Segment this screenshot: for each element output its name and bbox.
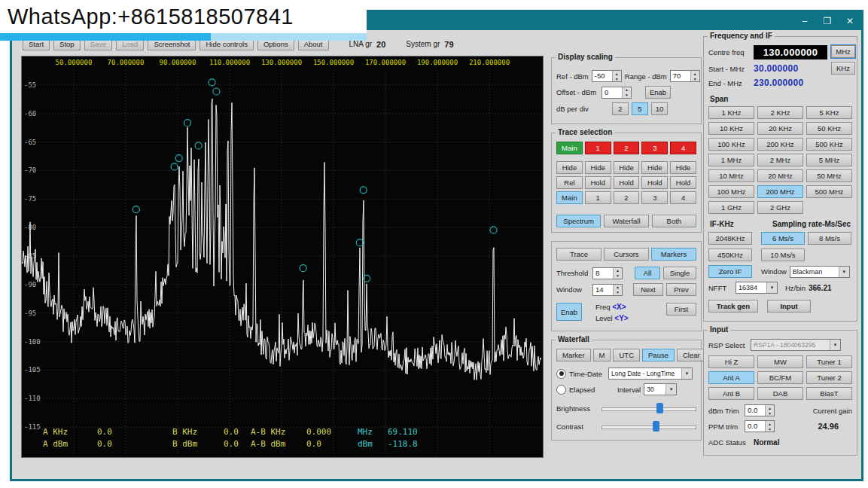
trace-hide-hide[interactable]: Hide xyxy=(670,161,696,174)
spinner-arrows-icon[interactable] xyxy=(613,285,622,295)
input-option-hi-z[interactable]: Hi Z xyxy=(708,355,754,368)
trace-sel-4[interactable]: 4 xyxy=(670,191,696,204)
input-option-ant-a[interactable]: Ant A xyxy=(708,371,754,384)
span-option-10-mhz[interactable]: 10 MHz xyxy=(708,169,754,182)
span-option-2-ghz[interactable]: 2 GHz xyxy=(757,201,803,214)
trace-sel-3[interactable]: 3 xyxy=(641,191,668,204)
spinner-arrows-icon[interactable] xyxy=(613,268,622,279)
if-450khz-button[interactable]: 450KHz xyxy=(708,249,752,261)
track-gen-button[interactable]: Track gen xyxy=(708,300,758,313)
nfft-select[interactable]: 16384 xyxy=(736,282,778,294)
spinner-arrows-icon[interactable] xyxy=(622,87,631,98)
waterfall-button-pause[interactable]: Pause xyxy=(642,349,675,361)
span-option-50-mhz[interactable]: 50 MHz xyxy=(806,169,852,182)
spinner-arrows-icon[interactable] xyxy=(612,71,621,81)
input-option-bc-fm[interactable]: BC/FM xyxy=(757,371,803,384)
spinner-arrows-icon[interactable] xyxy=(765,421,774,432)
offset-dbm-spinner[interactable]: 0 xyxy=(602,87,632,99)
time-format-select[interactable]: Long Date - LongTime xyxy=(608,368,693,380)
trace-sel-1[interactable]: 1 xyxy=(585,191,611,204)
markers-enab-button[interactable]: Enab xyxy=(556,303,582,321)
waterfall-button-clear[interactable]: Clear xyxy=(677,349,706,361)
span-option-500-mhz[interactable]: 500 MHz xyxy=(806,185,852,198)
view-mode-both[interactable]: Both xyxy=(652,215,696,227)
brightness-slider[interactable] xyxy=(602,403,696,413)
window-count-spinner[interactable]: 14 xyxy=(592,284,623,296)
contrast-slider-thumb[interactable] xyxy=(653,421,659,432)
span-option-5-khz[interactable]: 5 KHz xyxy=(806,106,852,119)
input-option-tuner-2[interactable]: Tuner 2 xyxy=(806,371,852,384)
span-option-2-khz[interactable]: 2 KHz xyxy=(757,106,803,119)
trace-hold-hold[interactable]: Hold xyxy=(641,176,668,189)
waterfall-button-marker[interactable]: Marker xyxy=(556,349,591,361)
rsp-select[interactable]: RSP1A - 1804063295 xyxy=(751,339,841,351)
chevron-down-icon[interactable] xyxy=(830,340,840,350)
view-mode-spectrum[interactable]: Spectrum xyxy=(556,215,601,227)
mhz-step-button[interactable]: MHz xyxy=(831,45,855,58)
chevron-down-icon[interactable] xyxy=(665,384,676,395)
span-option-500-khz[interactable]: 500 KHz xyxy=(806,138,852,151)
trace-hide-hide[interactable]: Hide xyxy=(585,161,611,174)
centre-freq-display[interactable]: 130.000000 xyxy=(754,45,827,59)
input-option-dab[interactable]: DAB xyxy=(757,387,803,400)
tab-trace[interactable]: Trace xyxy=(556,248,602,261)
spinner-arrows-icon[interactable] xyxy=(765,405,774,416)
elapsed-radio[interactable] xyxy=(556,385,566,395)
close-icon[interactable]: ✕ xyxy=(839,14,861,29)
span-option-200-khz[interactable]: 200 KHz xyxy=(757,138,803,151)
span-option-1-khz[interactable]: 1 KHz xyxy=(708,106,754,119)
span-option-2-mhz[interactable]: 2 MHz xyxy=(757,154,803,166)
waterfall-button-utc[interactable]: UTC xyxy=(613,349,640,361)
input-option-mw[interactable]: MW xyxy=(757,355,803,368)
trace-traces-1[interactable]: 1 xyxy=(585,142,611,154)
trace-hide-hide[interactable]: Hide xyxy=(556,161,583,174)
chevron-down-icon[interactable] xyxy=(766,282,777,293)
trace-hold-rel[interactable]: Rel xyxy=(556,176,583,189)
khz-step-button[interactable]: KHz xyxy=(831,62,855,75)
interval-select[interactable]: 30 xyxy=(644,383,677,395)
trace-traces-4[interactable]: 4 xyxy=(670,142,696,154)
trace-traces-main[interactable]: Main xyxy=(556,142,583,154)
threshold-spinner[interactable]: 8 xyxy=(592,267,623,279)
brightness-slider-thumb[interactable] xyxy=(656,403,663,413)
span-option-1-mhz[interactable]: 1 MHz xyxy=(708,154,754,166)
trace-hide-hide[interactable]: Hide xyxy=(641,161,668,174)
span-option-20-mhz[interactable]: 20 MHz xyxy=(757,169,803,182)
sr-10mss-button[interactable]: 10 Ms/s xyxy=(761,249,805,261)
trace-hold-hold[interactable]: Hold xyxy=(585,176,611,189)
markers-single-button[interactable]: Single xyxy=(663,267,696,279)
view-mode-waterfall[interactable]: Waterfall xyxy=(604,215,648,227)
chevron-down-icon[interactable] xyxy=(839,267,849,277)
span-option-20-khz[interactable]: 20 KHz xyxy=(757,122,803,135)
trace-sel-main[interactable]: Main xyxy=(556,191,583,204)
markers-first-button[interactable]: First xyxy=(666,303,696,316)
span-option-200-mhz[interactable]: 200 MHz xyxy=(757,185,803,198)
markers-next-button[interactable]: Next xyxy=(633,283,663,296)
db-per-div-2[interactable]: 2 xyxy=(612,102,629,115)
offset-enab-button[interactable]: Enab xyxy=(645,86,671,99)
fft-window-select[interactable]: Blackman xyxy=(790,266,850,278)
span-option-100-khz[interactable]: 100 KHz xyxy=(708,138,754,151)
trace-sel-2[interactable]: 2 xyxy=(614,191,640,204)
waterfall-button-m[interactable]: M xyxy=(593,349,611,361)
db-per-div-5[interactable]: 5 xyxy=(632,102,648,115)
span-option-10-khz[interactable]: 10 KHz xyxy=(708,122,754,135)
ppm-trim-spinner[interactable]: 0.0 xyxy=(745,420,775,432)
input-option-tuner-1[interactable]: Tuner 1 xyxy=(806,355,852,368)
markers-prev-button[interactable]: Prev xyxy=(666,283,696,296)
if-2048khz-button[interactable]: 2048KHz xyxy=(708,232,752,245)
span-option-1-ghz[interactable]: 1 GHz xyxy=(708,201,754,214)
span-option-50-khz[interactable]: 50 KHz xyxy=(806,122,852,135)
sr-8mss-button[interactable]: 8 Ms/s xyxy=(808,232,851,245)
trace-traces-2[interactable]: 2 xyxy=(614,142,640,154)
trace-hold-hold[interactable]: Hold xyxy=(614,176,640,189)
chevron-down-icon[interactable] xyxy=(681,368,692,379)
ref-dbm-spinner[interactable]: -50 xyxy=(592,70,622,82)
markers-all-button[interactable]: All xyxy=(635,267,660,279)
trace-hide-hide[interactable]: Hide xyxy=(614,161,640,174)
trace-traces-3[interactable]: 3 xyxy=(641,142,668,154)
spinner-arrows-icon[interactable] xyxy=(690,71,699,81)
sr-6mss-button[interactable]: 6 Ms/s xyxy=(761,232,805,245)
range-dbm-spinner[interactable]: 70 xyxy=(670,70,700,82)
maximize-icon[interactable]: ❐ xyxy=(816,14,839,29)
